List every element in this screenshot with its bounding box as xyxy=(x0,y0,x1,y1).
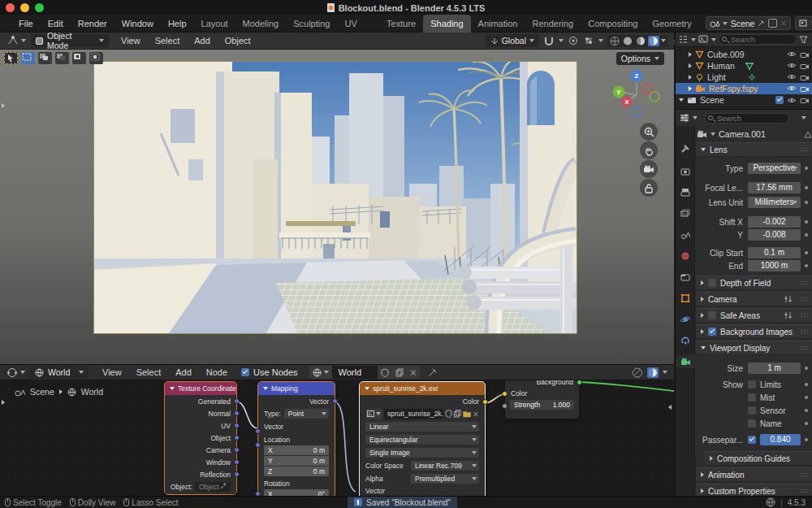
node-environment-texture[interactable]: spruit_sunrise_2k.exr Color spruit_sunri… xyxy=(360,382,485,496)
preset-sliders-icon[interactable] xyxy=(784,311,793,319)
tweak-tool-button[interactable] xyxy=(4,52,18,64)
shift-y-field[interactable]: -0.008 xyxy=(748,229,801,241)
output-socket[interactable] xyxy=(234,435,240,441)
lens-type-dropdown[interactable]: Perspective xyxy=(748,163,801,174)
interpolation-dropdown[interactable]: Linear xyxy=(365,422,479,432)
shader-menu-view[interactable]: View xyxy=(95,363,129,381)
output-socket[interactable] xyxy=(577,380,582,385)
input-socket[interactable] xyxy=(255,442,261,448)
select-invert-button[interactable] xyxy=(72,52,86,64)
chevron-down-icon[interactable] xyxy=(663,371,667,374)
editor-type-3d-viewport-icon[interactable] xyxy=(6,35,19,46)
shader-menu-node[interactable]: Node xyxy=(199,363,235,381)
output-socket[interactable] xyxy=(234,423,240,428)
outliner-row-reffspy[interactable]: RefFspy.fspy xyxy=(676,83,812,94)
new-scene-icon[interactable] xyxy=(768,19,777,28)
output-socket[interactable] xyxy=(234,398,240,404)
location-y-field[interactable]: Y0 m xyxy=(264,456,329,466)
tab-tool[interactable] xyxy=(679,142,692,155)
source-dropdown[interactable]: Single Image xyxy=(365,448,479,458)
shader-type-selector[interactable]: World xyxy=(30,366,89,379)
node-mapping[interactable]: Mapping Vector Type:Point Vector Locatio… xyxy=(258,382,335,496)
animate-dot-icon[interactable] xyxy=(805,264,808,267)
preset-sliders-icon[interactable] xyxy=(784,295,793,303)
menu-render[interactable]: Render xyxy=(71,15,114,33)
menu-window[interactable]: Window xyxy=(114,15,161,33)
editor-type-properties-icon[interactable] xyxy=(679,113,690,123)
snapping-icon[interactable] xyxy=(632,367,643,378)
animate-dot-icon[interactable] xyxy=(805,201,808,204)
overlay-toggle-icon[interactable] xyxy=(647,367,659,378)
animate-dot-icon[interactable] xyxy=(805,438,808,441)
panel-viewport-display[interactable]: Viewport Display xyxy=(696,341,812,355)
select-box-button[interactable] xyxy=(21,52,35,64)
disable-render-icon[interactable] xyxy=(800,85,810,93)
mode-selector[interactable]: Object Mode xyxy=(31,34,109,47)
viewport-menu-add[interactable]: Add xyxy=(187,32,218,50)
select-subtract-button[interactable] xyxy=(55,52,69,64)
n-panel-expand-arrow[interactable] xyxy=(2,400,5,405)
viewlayer-selector[interactable]: ViewLayer xyxy=(795,16,812,30)
chevron-down-icon[interactable] xyxy=(661,39,666,42)
animate-dot-icon[interactable] xyxy=(805,422,808,425)
passepartout-slider[interactable]: 0.840 xyxy=(760,434,801,445)
shading-wireframe-icon[interactable] xyxy=(609,36,620,46)
snap-magnet-icon[interactable] xyxy=(543,36,555,46)
output-socket[interactable] xyxy=(332,398,338,404)
collection-checkbox[interactable] xyxy=(775,96,784,104)
color-space-dropdown[interactable]: Linear Rec.709 xyxy=(411,461,479,471)
zoom-view-button[interactable] xyxy=(640,123,658,141)
menu-file[interactable]: File xyxy=(11,15,41,33)
hide-eye-icon[interactable] xyxy=(787,50,797,58)
panel-safe-areas[interactable]: Safe Areas xyxy=(696,308,812,323)
unlink-image-icon[interactable] xyxy=(473,411,479,417)
clip-start-field[interactable]: 0.1 m xyxy=(748,247,801,258)
copy-datablock-button[interactable] xyxy=(392,366,407,379)
lens-unit-dropdown[interactable]: Millimeters xyxy=(748,197,801,208)
workspace-tab-texture-paint[interactable]: Texture Paint xyxy=(379,15,423,33)
outliner-row-scene[interactable]: Scene xyxy=(676,94,812,106)
options-chevron-icon[interactable] xyxy=(801,116,806,119)
shader-node-canvas[interactable]: Scene World Texture Coordinate Generated… xyxy=(0,380,674,496)
workspace-tab-sculpting[interactable]: Sculpting xyxy=(286,15,337,33)
display-size-field[interactable]: 1 m xyxy=(748,363,801,374)
sensor-checkbox[interactable] xyxy=(748,406,756,415)
sidebar-expand-arrow[interactable] xyxy=(668,405,672,410)
output-socket[interactable] xyxy=(234,447,240,453)
name-checkbox[interactable] xyxy=(748,419,756,428)
navigation-gizmo[interactable]: Z Y X xyxy=(611,67,663,119)
tab-output[interactable] xyxy=(679,186,692,199)
focal-length-field[interactable]: 17.56 mm xyxy=(748,182,801,193)
disable-render-icon[interactable] xyxy=(800,74,810,81)
network-globe-icon[interactable] xyxy=(766,497,775,507)
tab-object[interactable] xyxy=(679,292,692,305)
workspace-tab-uv-editing[interactable]: UV Editing xyxy=(337,15,379,33)
outliner-row-human[interactable]: Human xyxy=(676,60,812,72)
select-intersect-button[interactable] xyxy=(89,52,103,64)
outliner-search-input[interactable] xyxy=(719,34,797,45)
background-images-checkbox[interactable] xyxy=(708,328,716,336)
collapse-icon[interactable] xyxy=(679,98,684,102)
expand-icon[interactable] xyxy=(689,75,692,80)
workspace-tab-modeling[interactable]: Modeling xyxy=(235,15,287,33)
panel-lens[interactable]: Lens xyxy=(696,142,812,157)
chevron-down-icon[interactable] xyxy=(559,39,564,42)
workspace-tab-rendering[interactable]: Rendering xyxy=(525,15,581,33)
display-mode-icon[interactable] xyxy=(678,35,689,44)
transform-orientation-selector[interactable]: Global xyxy=(486,34,539,47)
pin-icon[interactable] xyxy=(758,20,765,27)
scene-selector[interactable]: Scene xyxy=(706,16,792,30)
editor-type-shader-icon[interactable] xyxy=(6,367,19,378)
dof-checkbox[interactable] xyxy=(708,279,716,287)
disable-render-icon[interactable] xyxy=(800,63,810,70)
filter-image-icon[interactable] xyxy=(698,35,709,44)
mapping-type-dropdown[interactable]: Point xyxy=(284,409,329,419)
output-socket[interactable] xyxy=(234,471,240,477)
output-socket[interactable] xyxy=(482,399,488,405)
panel-background-images[interactable]: Background Images xyxy=(696,324,812,339)
tab-render[interactable] xyxy=(679,165,692,178)
viewport-canvas[interactable]: Options Z Y X xyxy=(0,50,674,364)
options-dropdown[interactable]: Options xyxy=(616,52,664,65)
shader-menu-add[interactable]: Add xyxy=(168,363,199,381)
viewport-menu-object[interactable]: Object xyxy=(218,32,258,50)
